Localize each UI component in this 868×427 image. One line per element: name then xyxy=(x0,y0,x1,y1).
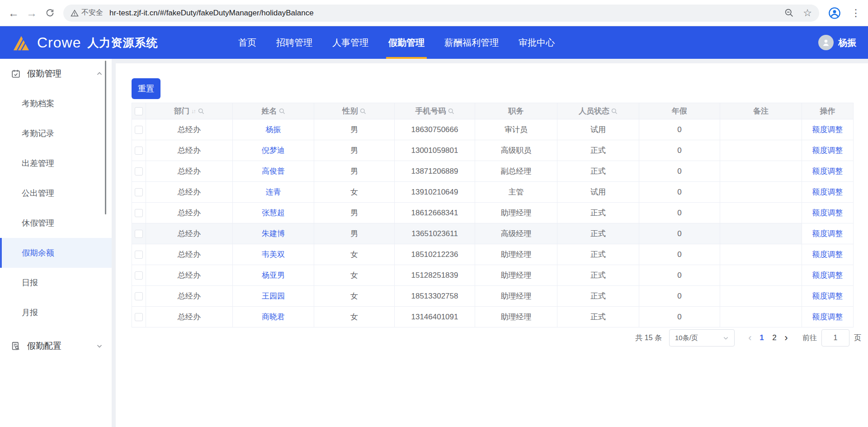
cell-checkbox xyxy=(132,265,146,285)
sidebar-item[interactable]: 出差管理 xyxy=(0,148,112,178)
cell-gender: 女 xyxy=(314,286,395,306)
row-checkbox[interactable] xyxy=(135,230,143,238)
refresh-icon[interactable] xyxy=(41,4,59,22)
employee-name-link[interactable]: 朱建博 xyxy=(262,228,285,239)
employee-name-link[interactable]: 杨亚男 xyxy=(262,270,285,280)
prev-page-icon[interactable]: ‹ xyxy=(745,333,755,343)
bookmark-star-icon[interactable]: ☆ xyxy=(803,8,812,18)
sidebar-item[interactable]: 考勤记录 xyxy=(0,119,112,148)
forward-icon[interactable]: → xyxy=(23,4,41,22)
sidebar-group-attendance[interactable]: 假勤管理 xyxy=(0,59,112,89)
chevron-up-icon xyxy=(96,71,103,77)
zoom-out-icon[interactable] xyxy=(784,8,794,18)
sidebar-group-config[interactable]: 假勤配置 xyxy=(0,331,112,361)
nav-tab[interactable]: 审批中心 xyxy=(519,26,555,59)
quota-adjust-link[interactable]: 额度调整 xyxy=(812,312,843,322)
quota-adjust-link[interactable]: 额度调整 xyxy=(812,270,843,280)
employee-name-link[interactable]: 连青 xyxy=(266,187,281,197)
address-bar[interactable]: 不安全 hr-test.zjf-it.cn/#/fakeDuty/fakeDut… xyxy=(63,5,819,22)
row-checkbox[interactable] xyxy=(135,209,143,217)
row-checkbox[interactable] xyxy=(135,167,143,176)
quota-adjust-link[interactable]: 额度调整 xyxy=(812,249,843,260)
cell-annual-leave: 0 xyxy=(639,161,720,181)
cell-name: 朱建博 xyxy=(233,223,314,244)
sidebar-item[interactable]: 休假管理 xyxy=(0,208,112,238)
sidebar-item[interactable]: 日报 xyxy=(0,268,112,298)
sidebar-scrollbar[interactable] xyxy=(105,61,106,214)
cell-note xyxy=(720,307,802,327)
employee-name-link[interactable]: 高俊普 xyxy=(262,166,285,176)
table-row: 总经办 杨亚男 女 15128251839 助理经理 正式 0 额度调整 xyxy=(132,265,853,285)
quota-adjust-link[interactable]: 额度调整 xyxy=(812,166,843,176)
row-checkbox[interactable] xyxy=(135,313,143,321)
quota-adjust-link[interactable]: 额度调整 xyxy=(812,228,843,239)
profile-icon[interactable] xyxy=(828,7,841,19)
user-menu[interactable]: 杨振 xyxy=(818,26,868,59)
cell-checkbox xyxy=(132,119,146,140)
cell-title: 助理经理 xyxy=(475,307,557,327)
quota-adjust-link[interactable]: 额度调整 xyxy=(812,124,843,135)
sort-icon[interactable]: ↓↑ xyxy=(191,108,195,114)
sidebar: 假勤管理 考勤档案 考勤记录 出差管理 xyxy=(0,59,112,427)
row-checkbox[interactable] xyxy=(135,188,143,196)
employee-name-link[interactable]: 商晓君 xyxy=(262,312,285,322)
row-checkbox[interactable] xyxy=(135,147,143,155)
browser-menu-icon[interactable]: ⋮ xyxy=(851,7,861,19)
cell-action: 额度调整 xyxy=(802,286,853,306)
search-icon[interactable] xyxy=(448,108,454,114)
cell-action: 额度调整 xyxy=(802,223,853,244)
employee-name-link[interactable]: 倪梦迪 xyxy=(262,145,285,156)
nav-tab[interactable]: 首页 xyxy=(238,26,256,59)
sidebar-item[interactable]: 月报 xyxy=(0,298,112,327)
quota-adjust-link[interactable]: 额度调整 xyxy=(812,291,843,301)
total-count: 共 15 条 xyxy=(635,333,662,343)
sidebar-item[interactable]: 公出管理 xyxy=(0,178,112,208)
row-checkbox[interactable] xyxy=(135,126,143,134)
app-header: Crowe 人力资源系统 首页 招聘管理 人事管理 假勤管理 xyxy=(0,26,868,59)
cell-dept: 总经办 xyxy=(146,119,233,140)
quota-adjust-link[interactable]: 额度调整 xyxy=(812,208,843,218)
header-cell-checkbox xyxy=(132,103,146,119)
employee-name-link[interactable]: 杨振 xyxy=(266,124,281,135)
row-checkbox[interactable] xyxy=(135,251,143,259)
browser-toolbar: ← → 不安全 hr-test.zjf-it.cn/#/fakeDuty/fak… xyxy=(0,0,868,26)
page-number[interactable]: 1 xyxy=(755,333,768,342)
row-checkbox[interactable] xyxy=(135,292,143,300)
cell-phone: 13001059801 xyxy=(395,140,475,161)
reset-button[interactable]: 重置 xyxy=(132,78,160,99)
back-icon[interactable]: ← xyxy=(5,4,23,22)
employee-name-link[interactable]: 王园园 xyxy=(262,291,285,301)
next-page-icon[interactable]: › xyxy=(781,333,792,343)
cell-status: 正式 xyxy=(557,286,639,306)
nav-tab[interactable]: 假勤管理 xyxy=(388,26,425,59)
employee-name-link[interactable]: 韦美双 xyxy=(262,249,285,260)
nav-tab[interactable]: 薪酬福利管理 xyxy=(444,26,499,59)
table-row: 总经办 韦美双 女 18510212236 助理经理 正式 0 额度调整 xyxy=(132,244,853,265)
app-title: 人力资源系统 xyxy=(87,35,158,50)
cell-action: 额度调整 xyxy=(802,203,853,223)
search-icon[interactable] xyxy=(611,108,618,114)
page-size-select[interactable]: 10条/页 xyxy=(669,329,735,346)
page-number[interactable]: 2 xyxy=(768,333,781,342)
search-icon[interactable] xyxy=(360,108,366,114)
select-all-checkbox[interactable] xyxy=(135,107,143,115)
nav-tab[interactable]: 人事管理 xyxy=(332,26,368,59)
goto-page-input[interactable] xyxy=(821,329,849,346)
row-checkbox[interactable] xyxy=(135,271,143,280)
quota-adjust-link[interactable]: 额度调整 xyxy=(812,145,843,156)
sidebar-item[interactable]: 假期余额 xyxy=(0,238,112,268)
search-icon[interactable] xyxy=(279,108,285,114)
cell-action: 额度调整 xyxy=(802,140,853,161)
search-icon[interactable] xyxy=(198,108,204,114)
employee-name-link[interactable]: 张慧超 xyxy=(262,208,285,218)
quota-adjust-link[interactable]: 额度调整 xyxy=(812,187,843,197)
cell-annual-leave: 0 xyxy=(639,265,720,285)
cell-name: 高俊普 xyxy=(233,161,314,181)
sidebar-item[interactable]: 考勤档案 xyxy=(0,89,112,119)
cell-annual-leave: 0 xyxy=(639,140,720,161)
nav-tab[interactable]: 招聘管理 xyxy=(276,26,312,59)
cell-phone: 13146401091 xyxy=(395,307,475,327)
cell-status: 正式 xyxy=(557,161,639,181)
security-chip[interactable]: 不安全 xyxy=(71,8,103,18)
header-cell: 人员状态 xyxy=(557,103,639,119)
